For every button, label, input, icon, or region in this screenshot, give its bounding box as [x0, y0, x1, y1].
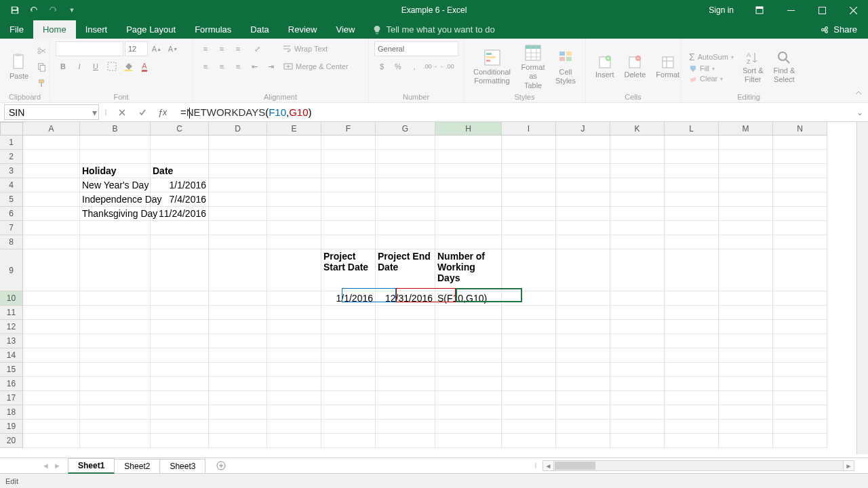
cell-styles-button[interactable]: Cell Styles	[551, 47, 580, 87]
cell[interactable]	[610, 434, 665, 448]
cell[interactable]	[151, 405, 209, 420]
cell[interactable]	[321, 150, 376, 164]
cell[interactable]	[610, 136, 665, 150]
cell[interactable]	[773, 334, 827, 348]
cell[interactable]	[773, 178, 827, 192]
cell[interactable]	[209, 178, 267, 192]
cell[interactable]	[610, 391, 665, 405]
cell[interactable]	[665, 377, 719, 391]
cell[interactable]	[80, 291, 151, 306]
tell-me[interactable]: Tell me what you want to do	[364, 20, 502, 39]
cell[interactable]	[376, 150, 435, 164]
col-header-H[interactable]: H	[435, 122, 502, 136]
cell[interactable]	[502, 249, 556, 291]
tab-formulas[interactable]: Formulas	[185, 20, 241, 39]
cell[interactable]	[556, 420, 610, 434]
share-button[interactable]: Share	[817, 20, 860, 39]
cell[interactable]	[556, 235, 610, 249]
cell[interactable]	[719, 377, 773, 391]
cell[interactable]	[321, 207, 376, 221]
cell[interactable]	[773, 249, 827, 291]
signin-link[interactable]: Sign in	[699, 5, 743, 15]
cell[interactable]: 1/1/2016	[321, 291, 376, 306]
cell[interactable]	[209, 221, 267, 235]
cell[interactable]	[665, 164, 719, 178]
cell[interactable]	[556, 221, 610, 235]
cell[interactable]	[773, 150, 827, 164]
cell[interactable]	[151, 391, 209, 405]
cancel-formula-button[interactable]	[113, 104, 132, 120]
cell[interactable]	[435, 207, 502, 221]
cell[interactable]	[80, 249, 151, 291]
decrease-decimal-button[interactable]: ←.00	[439, 59, 454, 74]
cell[interactable]	[435, 164, 502, 178]
cell[interactable]: Holiday	[80, 164, 151, 178]
cell[interactable]	[719, 235, 773, 249]
cell[interactable]	[321, 420, 376, 434]
cell[interactable]	[321, 221, 376, 235]
row-header[interactable]: 11	[0, 306, 23, 320]
cell[interactable]	[556, 164, 610, 178]
cell[interactable]	[719, 320, 773, 334]
cell[interactable]	[80, 136, 151, 150]
cell[interactable]	[80, 391, 151, 405]
cell[interactable]	[209, 434, 267, 448]
redo-button[interactable]	[45, 2, 61, 18]
name-box[interactable]: SIN ▾	[4, 104, 99, 120]
tab-review[interactable]: Review	[279, 20, 327, 39]
sheet-tab-2[interactable]: Sheet2	[114, 459, 160, 473]
cell[interactable]	[556, 391, 610, 405]
close-button[interactable]	[838, 0, 868, 20]
cell[interactable]	[556, 405, 610, 420]
cell[interactable]	[773, 320, 827, 334]
percent-button[interactable]: %	[391, 59, 406, 74]
cell[interactable]	[267, 150, 321, 164]
cell[interactable]	[267, 221, 321, 235]
insert-function-button[interactable]: ƒx	[153, 104, 172, 120]
row-header[interactable]: 14	[0, 348, 23, 363]
cell[interactable]	[665, 221, 719, 235]
cell[interactable]	[209, 150, 267, 164]
align-middle-button[interactable]: ≡	[214, 41, 229, 56]
cell[interactable]	[610, 377, 665, 391]
cell[interactable]	[267, 420, 321, 434]
col-header-A[interactable]: A	[23, 122, 80, 136]
cell[interactable]	[435, 363, 502, 377]
cell[interactable]	[610, 164, 665, 178]
cell[interactable]	[719, 221, 773, 235]
cell[interactable]	[502, 192, 556, 207]
cell[interactable]	[209, 306, 267, 320]
cell[interactable]	[502, 291, 556, 306]
cell[interactable]	[376, 334, 435, 348]
decrease-indent-button[interactable]: ⇤	[247, 59, 262, 74]
col-header-M[interactable]: M	[719, 122, 773, 136]
cell[interactable]	[502, 420, 556, 434]
cell[interactable]	[502, 434, 556, 448]
cell[interactable]	[502, 164, 556, 178]
cell[interactable]	[719, 291, 773, 306]
cell[interactable]	[502, 348, 556, 363]
cell[interactable]: Date	[151, 164, 209, 178]
cell[interactable]	[435, 136, 502, 150]
cell[interactable]	[376, 164, 435, 178]
cell[interactable]	[209, 207, 267, 221]
cell[interactable]	[151, 235, 209, 249]
align-top-button[interactable]: ≡	[198, 41, 213, 56]
increase-decimal-button[interactable]: .00→	[423, 59, 438, 74]
row-header[interactable]: 5	[0, 192, 23, 207]
cell[interactable]	[665, 320, 719, 334]
sheet-nav[interactable]: ◄ ►	[0, 462, 68, 470]
cell[interactable]	[502, 235, 556, 249]
tab-page-layout[interactable]: Page Layout	[117, 20, 185, 39]
scroll-right-button[interactable]: ►	[843, 461, 854, 470]
cell[interactable]	[376, 405, 435, 420]
cell[interactable]	[435, 391, 502, 405]
cell[interactable]	[556, 207, 610, 221]
cell[interactable]	[267, 391, 321, 405]
sort-filter-button[interactable]: AZSort & Filter	[738, 49, 768, 85]
fill-button[interactable]: Fill▾	[686, 64, 736, 73]
cell[interactable]	[151, 221, 209, 235]
format-painter-button[interactable]	[35, 76, 50, 91]
cell[interactable]	[773, 136, 827, 150]
cell[interactable]	[321, 192, 376, 207]
